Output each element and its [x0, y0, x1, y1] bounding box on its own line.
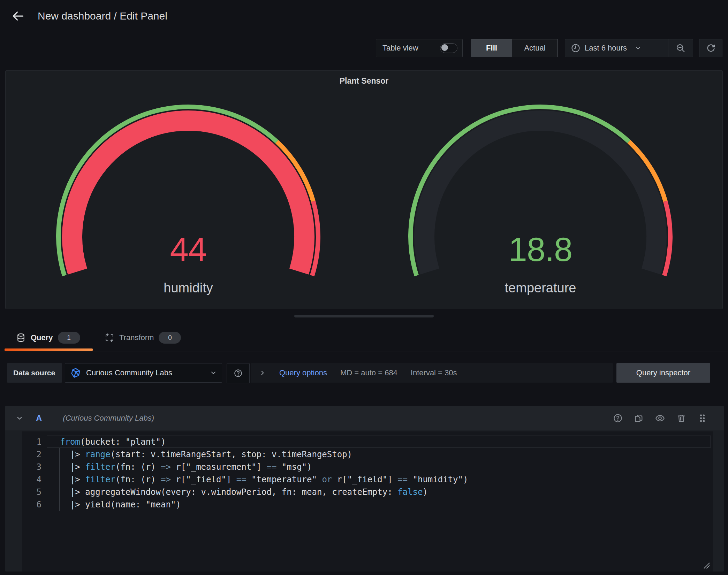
datasource-name: Curious Community Labs — [86, 368, 205, 377]
gauge-value-humidity: 44 — [170, 230, 207, 269]
time-range-picker[interactable]: Last 6 hours — [565, 39, 668, 57]
query-row-header[interactable]: A (Curious Community Labs) — [5, 406, 724, 430]
refresh-button[interactable] — [699, 39, 722, 57]
database-icon — [16, 333, 26, 343]
query-ref-id: A — [36, 413, 42, 423]
actual-button[interactable]: Actual — [512, 39, 558, 57]
query-datasource-hint: (Curious Community Labs) — [63, 414, 613, 423]
transform-icon — [105, 333, 114, 343]
gauge-label-temperature: temperature — [505, 281, 576, 296]
chevron-down-icon — [635, 45, 642, 52]
panel-resize-handle[interactable] — [294, 315, 434, 317]
tabbar-divider — [0, 352, 728, 352]
resize-grip-icon[interactable] — [702, 560, 711, 569]
tab-query-count: 1 — [58, 332, 80, 344]
clock-icon — [571, 43, 581, 53]
query-options-link[interactable]: Query options — [279, 368, 327, 377]
max-data-points-stat: MD = auto = 684 — [340, 368, 397, 377]
datasource-picker[interactable]: Curious Community Labs — [65, 363, 222, 383]
table-view-label: Table view — [382, 44, 418, 53]
code-line[interactable]: 1from(bucket: "plant") — [22, 436, 713, 448]
gauge-chart — [6, 71, 722, 309]
tab-query[interactable]: Query 1 — [16, 327, 80, 348]
code-line[interactable]: 3 |> filter(fn: (r) => r["_measurement"]… — [22, 461, 713, 473]
chevron-right-icon[interactable] — [259, 369, 266, 376]
query-editor-section: A (Curious Community Labs) — [5, 406, 724, 572]
question-circle-icon — [234, 369, 243, 378]
code-line[interactable]: 4 |> filter(fn: (r) => r["_field"] == "t… — [22, 473, 713, 486]
toggle-knob — [441, 44, 448, 51]
code-line[interactable]: 6 |> yield(name: "mean") — [22, 498, 713, 511]
datasource-label: Data source — [7, 363, 62, 383]
collapse-chevron-icon[interactable] — [16, 414, 23, 422]
tab-transform[interactable]: Transform 0 — [105, 327, 181, 348]
grip-icon[interactable] — [697, 413, 707, 423]
back-button[interactable] — [11, 9, 25, 23]
eye-icon[interactable] — [655, 413, 665, 423]
influxdb-icon — [70, 367, 81, 378]
trash-icon[interactable] — [676, 413, 686, 423]
zoom-out-icon — [676, 43, 685, 53]
tab-transform-label: Transform — [119, 333, 154, 342]
refresh-icon — [706, 43, 716, 53]
zoom-out-button[interactable] — [668, 39, 693, 57]
time-range-group: Last 6 hours — [565, 39, 693, 57]
time-range-label: Last 6 hours — [585, 44, 627, 53]
code-line[interactable]: 5 |> aggregateWindow(every: v.windowPeri… — [22, 486, 713, 498]
duplicate-icon[interactable] — [634, 413, 644, 423]
page-title: New dashboard / Edit Panel — [38, 9, 167, 23]
query-options-bar: Query options MD = auto = 684 Interval =… — [251, 363, 613, 383]
tab-transform-count: 0 — [159, 332, 181, 344]
datasource-help-button[interactable] — [227, 363, 250, 383]
active-tab-underline — [5, 348, 93, 351]
table-view-control[interactable]: Table view — [376, 39, 463, 57]
gauge-panel: Plant Sensor 44 humidity 18.8 temperatur… — [5, 70, 723, 309]
code-editor[interactable]: 1from(bucket: "plant")2 |> range(start: … — [22, 431, 713, 572]
tab-query-label: Query — [31, 333, 53, 342]
fill-actual-switch: Fill Actual — [471, 39, 558, 57]
interval-stat: Interval = 30s — [411, 368, 457, 377]
chevron-down-icon — [210, 369, 217, 376]
table-view-toggle[interactable] — [440, 43, 457, 53]
gauge-value-temperature: 18.8 — [509, 230, 572, 269]
help-icon[interactable] — [613, 413, 623, 423]
fill-button[interactable]: Fill — [471, 39, 512, 57]
back-arrow-icon — [11, 9, 25, 23]
gauge-label-humidity: humidity — [164, 281, 213, 296]
code-line[interactable]: 2 |> range(start: v.timeRangeStart, stop… — [22, 448, 713, 461]
query-inspector-button[interactable]: Query inspector — [616, 363, 710, 383]
